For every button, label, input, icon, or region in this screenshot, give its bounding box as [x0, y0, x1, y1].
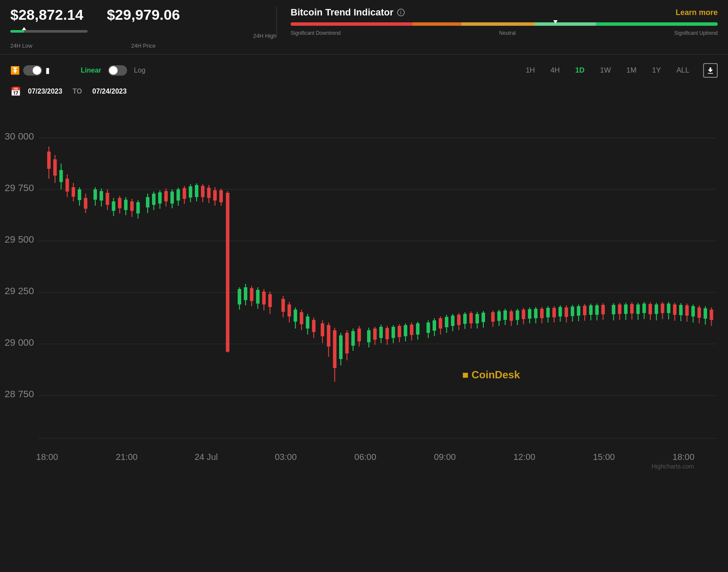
svg-rect-223 — [698, 307, 701, 318]
svg-rect-83 — [244, 287, 247, 300]
chart-type-toggle[interactable] — [23, 65, 42, 76]
svg-rect-221 — [692, 306, 695, 316]
mid-price-label: 24H Price — [131, 43, 155, 49]
tf-1w[interactable]: 1W — [593, 64, 618, 77]
svg-rect-125 — [385, 328, 389, 339]
linear-label[interactable]: Linear — [81, 67, 101, 74]
svg-rect-81 — [238, 289, 241, 304]
svg-rect-209 — [655, 304, 658, 314]
date-range-section: 📅 07/23/2023 TO 07/24/2023 — [0, 83, 728, 103]
svg-rect-65 — [182, 188, 186, 199]
svg-text:■ CoinDesk: ■ CoinDesk — [462, 369, 520, 381]
svg-rect-103 — [312, 320, 315, 332]
svg-text:29 250: 29 250 — [5, 286, 34, 297]
timeframe-buttons: 1H 4H 1D 1W 1M 1Y ALL — [519, 64, 696, 77]
price-mid: $29,979.06 24H Price — [88, 7, 199, 49]
trend-indicator-section: Bitcoin Trend Indicator i Learn more Sig… — [276, 7, 718, 36]
date-from[interactable]: 07/23/2023 — [28, 88, 62, 95]
svg-rect-33 — [78, 189, 81, 200]
svg-rect-163 — [510, 311, 513, 321]
tf-1m[interactable]: 1M — [619, 64, 643, 77]
svg-rect-53 — [146, 197, 149, 207]
bar-arrow-indicator — [22, 27, 26, 30]
trend-arrow — [553, 20, 558, 24]
svg-rect-123 — [379, 327, 383, 338]
svg-rect-219 — [685, 305, 689, 316]
svg-rect-195 — [612, 305, 615, 314]
candlestick-chart-icon[interactable]: ▮ — [46, 66, 50, 75]
svg-rect-191 — [595, 305, 599, 315]
svg-rect-185 — [577, 306, 580, 316]
calendar-icon[interactable]: 📅 — [10, 86, 21, 97]
high-price-label: 24H High — [253, 33, 276, 39]
svg-rect-183 — [571, 307, 574, 316]
log-toggle-knob — [109, 66, 118, 75]
svg-rect-197 — [618, 304, 622, 314]
trend-label-right: Significant Uptrend — [674, 30, 718, 36]
tf-4h[interactable]: 4H — [543, 64, 567, 77]
svg-rect-79 — [226, 193, 229, 352]
svg-rect-45 — [118, 198, 121, 208]
svg-rect-31 — [72, 187, 75, 197]
svg-rect-151 — [469, 313, 473, 323]
tf-1h[interactable]: 1H — [519, 64, 542, 77]
log-label[interactable]: Log — [134, 67, 146, 74]
trend-label-center: Neutral — [499, 30, 516, 36]
svg-rect-135 — [416, 323, 419, 335]
svg-rect-215 — [673, 304, 676, 315]
svg-rect-171 — [534, 309, 537, 318]
tf-all[interactable]: ALL — [670, 64, 696, 77]
trend-title-row: Bitcoin Trend Indicator i Learn more — [291, 7, 718, 18]
svg-rect-29 — [66, 179, 69, 192]
bar-foreground — [10, 30, 24, 33]
learn-more-link[interactable]: Learn more — [676, 8, 718, 17]
svg-rect-161 — [504, 310, 507, 320]
trend-label-left: Significant Downtrend — [291, 30, 341, 36]
date-to[interactable]: 07/24/2023 — [92, 88, 127, 95]
candles-early — [47, 146, 713, 382]
svg-rect-179 — [558, 307, 562, 316]
svg-rect-75 — [213, 190, 217, 201]
date-separator: TO — [73, 88, 82, 95]
log-toggle[interactable] — [108, 65, 127, 76]
download-button[interactable] — [703, 63, 718, 78]
svg-rect-91 — [268, 294, 272, 307]
svg-rect-207 — [649, 304, 652, 314]
svg-rect-59 — [164, 191, 168, 201]
svg-text:09:00: 09:00 — [434, 453, 456, 462]
svg-rect-71 — [201, 186, 204, 197]
svg-rect-109 — [333, 330, 337, 368]
info-icon[interactable]: i — [397, 9, 405, 16]
svg-rect-95 — [288, 304, 291, 316]
svg-rect-99 — [300, 312, 303, 324]
svg-rect-225 — [704, 308, 707, 319]
svg-text:29 000: 29 000 — [5, 338, 34, 348]
svg-rect-173 — [540, 309, 543, 318]
svg-text:18:00: 18:00 — [673, 453, 695, 462]
svg-text:29 500: 29 500 — [5, 234, 34, 245]
svg-rect-39 — [100, 191, 103, 201]
trend-segment-lightgreen — [535, 22, 596, 26]
svg-rect-133 — [410, 325, 413, 335]
tf-1d[interactable]: 1D — [568, 64, 592, 77]
chart-type-icons: ⏬ ▮ — [10, 65, 50, 76]
svg-text:24 Jul: 24 Jul — [194, 453, 218, 462]
svg-rect-143 — [445, 317, 448, 327]
svg-rect-57 — [158, 192, 161, 204]
line-chart-icon[interactable]: ⏬ — [10, 66, 20, 75]
svg-rect-211 — [661, 304, 664, 313]
svg-rect-23 — [47, 152, 51, 169]
price-bar — [10, 27, 88, 36]
tf-1y[interactable]: 1Y — [645, 64, 668, 77]
svg-rect-115 — [351, 331, 355, 346]
svg-rect-141 — [439, 318, 442, 329]
svg-text:21:00: 21:00 — [116, 453, 138, 462]
svg-text:03:00: 03:00 — [275, 453, 297, 462]
price-section: $28,872.14 24H Low $29,979.06 24H Price … — [10, 7, 276, 49]
trend-segment-orange — [413, 22, 461, 26]
svg-text:30 000: 30 000 — [5, 131, 34, 142]
svg-rect-137 — [427, 323, 430, 333]
svg-rect-111 — [339, 335, 343, 359]
svg-rect-127 — [391, 327, 395, 338]
trend-bar — [291, 22, 718, 26]
